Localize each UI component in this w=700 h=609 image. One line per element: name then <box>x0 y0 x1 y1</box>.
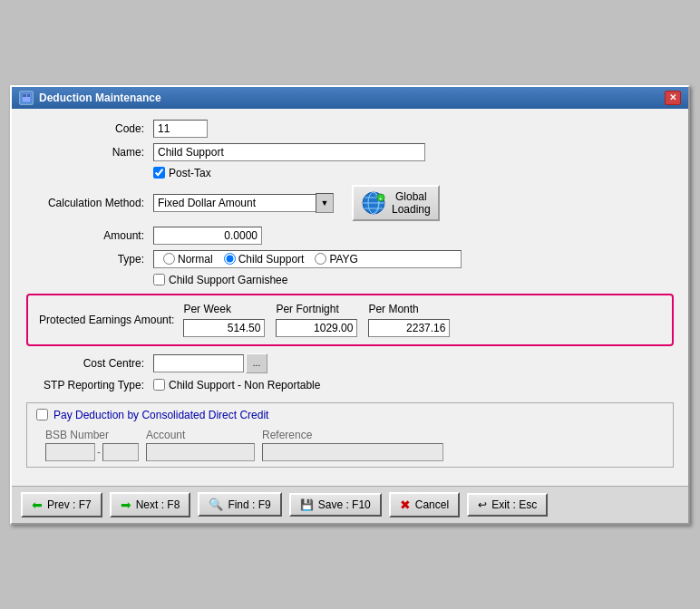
dc-bsb-input2[interactable] <box>102 443 139 461</box>
garnishee-row: Child Support Garnishee <box>153 274 674 286</box>
dc-dash: - <box>95 446 102 459</box>
type-child-support-label: Child Support <box>238 253 305 266</box>
pea-fortnight-input[interactable] <box>276 319 357 337</box>
svg-rect-1 <box>23 94 26 97</box>
find-button[interactable]: 🔍 Find : F9 <box>198 492 281 517</box>
exit-label: Exit : Esc <box>491 498 537 511</box>
globe-icon: + <box>361 190 386 216</box>
dc-account-label: Account <box>146 429 255 441</box>
dc-title: Pay Deduction by Consolidated Direct Cre… <box>53 409 268 421</box>
svg-rect-2 <box>27 94 30 97</box>
direct-credit-section: Pay Deduction by Consolidated Direct Cre… <box>26 402 674 468</box>
stp-label: STP Reporting Type: <box>26 379 153 392</box>
find-icon: 🔍 <box>209 498 223 511</box>
pea-week-group: Per Week <box>183 303 265 337</box>
type-payg-label: PAYG <box>329 253 358 266</box>
name-row: Name: <box>26 143 674 161</box>
amount-row: Amount: <box>26 227 674 245</box>
dc-reference-group: Reference <box>262 429 443 461</box>
cancel-label: Cancel <box>415 498 449 511</box>
bottom-bar: ⬅ Prev : F7 ➡ Next : F8 🔍 Find : F9 💾 Sa… <box>12 486 688 523</box>
type-payg-item: PAYG <box>315 253 358 266</box>
dc-reference-input[interactable] <box>262 443 443 461</box>
calc-method-row: Calculation Method: Fixed Dollar Amount … <box>26 185 674 221</box>
post-tax-label: Post-Tax <box>169 167 211 179</box>
name-input[interactable] <box>153 143 425 161</box>
post-tax-row: Post-Tax <box>153 167 674 179</box>
type-child-support-radio[interactable] <box>224 253 236 265</box>
code-row: Code: <box>26 120 674 138</box>
calc-method-dropdown-arrow[interactable]: ▼ <box>316 193 334 213</box>
amount-label: Amount: <box>26 229 153 242</box>
exit-icon: ↩ <box>478 498 487 511</box>
pea-week-label: Per Week <box>183 303 230 315</box>
pea-label: Protected Earnings Amount: <box>39 314 174 326</box>
save-icon: 💾 <box>300 498 314 511</box>
dc-title-row: Pay Deduction by Consolidated Direct Cre… <box>36 409 664 421</box>
next-button[interactable]: ➡ Next : F8 <box>110 492 191 517</box>
garnishee-checkbox[interactable] <box>153 274 165 285</box>
dc-reference-label: Reference <box>262 429 443 441</box>
svg-text:+: + <box>379 196 383 201</box>
type-radio-group: Normal Child Support PAYG <box>153 250 462 268</box>
save-label: Save : F10 <box>318 498 371 511</box>
pea-month-group: Per Month <box>368 303 450 337</box>
stp-value: Child Support - Non Reportable <box>169 379 320 392</box>
amount-input[interactable] <box>153 227 262 245</box>
dc-bsb-group: BSB Number - <box>45 429 139 461</box>
window-title: Deduction Maintenance <box>39 92 161 104</box>
cost-centre-row: Cost Centre: ... <box>26 353 674 373</box>
close-button[interactable]: ✕ <box>665 91 681 105</box>
calc-method-select-wrapper: Fixed Dollar Amount ▼ <box>153 193 334 213</box>
main-window: Deduction Maintenance ✕ Code: Name: Post… <box>10 85 690 525</box>
dc-account-group: Account <box>146 429 255 461</box>
type-payg-radio[interactable] <box>315 253 326 265</box>
exit-button[interactable]: ↩ Exit : Esc <box>467 493 548 517</box>
dc-checkbox[interactable] <box>36 409 48 420</box>
window-icon <box>19 91 34 105</box>
type-normal-label: Normal <box>178 253 213 266</box>
name-label: Name: <box>26 146 153 159</box>
prev-label: Prev : F7 <box>47 498 92 511</box>
cost-centre-input[interactable] <box>153 354 244 372</box>
calc-method-label: Calculation Method: <box>26 197 153 209</box>
code-input[interactable] <box>153 120 208 138</box>
post-tax-checkbox[interactable] <box>153 167 165 179</box>
prev-button[interactable]: ⬅ Prev : F7 <box>21 492 102 517</box>
title-bar-left: Deduction Maintenance <box>19 91 161 105</box>
dc-account-input[interactable] <box>146 443 255 461</box>
type-normal-item: Normal <box>163 253 213 266</box>
find-label: Find : F9 <box>228 498 270 511</box>
calc-method-select[interactable]: Fixed Dollar Amount <box>153 194 316 212</box>
garnishee-label: Child Support Garnishee <box>169 274 287 286</box>
type-normal-radio[interactable] <box>163 253 175 265</box>
title-bar: Deduction Maintenance ✕ <box>12 87 688 109</box>
dc-bsb-inputs: - <box>45 443 139 461</box>
cancel-icon: ✖ <box>400 498 411 512</box>
type-child-support-item: Child Support <box>224 253 305 266</box>
pea-fields: Per Week Per Fortnight Per Month <box>183 303 450 337</box>
next-label: Next : F8 <box>136 498 180 511</box>
save-button[interactable]: 💾 Save : F10 <box>289 493 382 517</box>
next-arrow-icon: ➡ <box>121 498 131 512</box>
cost-centre-label: Cost Centre: <box>26 357 153 370</box>
pea-fortnight-label: Per Fortnight <box>276 303 338 315</box>
stp-row: STP Reporting Type: Child Support - Non … <box>26 379 674 392</box>
pea-month-label: Per Month <box>368 303 418 315</box>
pea-fortnight-group: Per Fortnight <box>276 303 357 337</box>
pea-week-input[interactable] <box>183 319 265 337</box>
dc-bsb-input1[interactable] <box>45 443 95 461</box>
type-row: Type: Normal Child Support PAYG <box>26 250 674 268</box>
pea-month-input[interactable] <box>368 319 450 337</box>
cancel-button[interactable]: ✖ Cancel <box>389 492 460 517</box>
prev-arrow-icon: ⬅ <box>32 498 43 512</box>
form-content: Code: Name: Post-Tax Calculation Method:… <box>12 109 688 486</box>
dc-bsb-label: BSB Number <box>45 429 139 441</box>
protected-earnings-box: Protected Earnings Amount: Per Week Per … <box>26 294 674 346</box>
cost-centre-browse-button[interactable]: ... <box>246 353 267 373</box>
code-label: Code: <box>26 122 153 135</box>
type-label: Type: <box>26 253 153 266</box>
global-loading-button[interactable]: + GlobalLoading <box>352 185 440 221</box>
global-loading-label: GlobalLoading <box>392 190 431 216</box>
stp-checkbox[interactable] <box>153 379 165 391</box>
